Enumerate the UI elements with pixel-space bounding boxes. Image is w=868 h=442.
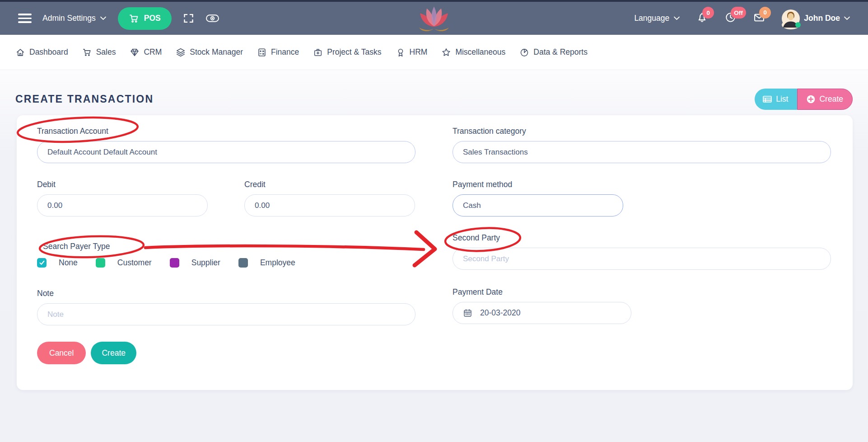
payment-method-label: Payment method [453, 179, 623, 190]
nav-label: Dashboard [29, 47, 68, 57]
home-icon [15, 47, 25, 57]
payer-type-option-supplier[interactable]: Supplier [170, 258, 220, 268]
create-transaction-form: Transaction Account Debit Credit Search … [17, 115, 853, 390]
checkbox-label: Employee [260, 258, 295, 268]
language-menu[interactable]: Language [634, 14, 680, 23]
payer-type-label: Search Payer Type [43, 240, 415, 252]
check-icon [39, 260, 45, 266]
briefcase-icon [313, 47, 323, 57]
debit-group: Debit [37, 179, 208, 216]
view-toggle-group: List Create [755, 89, 853, 110]
checkbox-label: None [59, 258, 78, 268]
pie-chart-icon [519, 47, 529, 57]
online-status-dot [795, 22, 801, 28]
credit-field[interactable] [244, 194, 415, 216]
nav-label: CRM [144, 47, 162, 57]
nav-item-stock-manager[interactable]: Stock Manager [176, 47, 243, 57]
nav-item-data-reports[interactable]: Data & Reports [519, 47, 588, 57]
payer-type-option-customer[interactable]: Customer [96, 258, 152, 268]
nav-item-dashboard[interactable]: Dashboard [15, 47, 68, 57]
payment-method-group: Payment method [453, 179, 623, 216]
cart-icon [82, 47, 92, 57]
create-view-button[interactable]: Create [797, 89, 853, 110]
cancel-button[interactable]: Cancel [37, 342, 86, 364]
admin-settings-menu[interactable]: Admin Settings [42, 14, 106, 23]
checkbox-label: Supplier [191, 258, 220, 268]
payment-date-field[interactable]: 20-03-2020 [453, 302, 631, 324]
checkbox-label: Customer [117, 258, 152, 268]
nav-item-hrm[interactable]: HRM [396, 47, 428, 57]
create-label: Create [819, 94, 843, 104]
payer-type-option-employee[interactable]: Employee [238, 258, 295, 268]
calculator-icon [257, 47, 267, 57]
payment-date-value: 20-03-2020 [480, 308, 521, 318]
debit-label: Debit [37, 179, 208, 190]
note-field[interactable] [37, 303, 415, 325]
credit-label: Credit [244, 179, 415, 190]
clock-badge: Off [731, 7, 746, 19]
topbar: Admin Settings POS Language [0, 0, 868, 35]
payment-date-label: Payment Date [453, 286, 831, 298]
hamburger-menu-icon[interactable] [18, 14, 32, 23]
gem-icon [130, 47, 140, 57]
display-toggle-button[interactable] [205, 12, 219, 24]
user-menu[interactable]: John Doe [782, 9, 850, 28]
create-submit-button[interactable]: Create [91, 342, 136, 364]
credit-group: Credit [244, 179, 415, 216]
notifications-badge: 0 [702, 7, 714, 19]
nav-item-crm[interactable]: CRM [130, 47, 162, 57]
transaction-account-label: Transaction Account [37, 125, 415, 137]
page-title: CREATE TRANSACTION [15, 93, 154, 105]
fullscreen-button[interactable] [182, 12, 195, 24]
language-label: Language [634, 14, 669, 23]
list-view-button[interactable]: List [755, 89, 797, 110]
nav-item-miscellaneous[interactable]: Miscellaneous [441, 47, 505, 57]
payment-date-group: Payment Date 20-03-2020 [453, 286, 831, 324]
pos-label: POS [144, 14, 161, 23]
checkbox-unchecked[interactable] [170, 258, 179, 268]
content-area: CREATE TRANSACTION List Create Transacti… [0, 70, 868, 442]
payer-type-group: Search Payer Type None Customer S [37, 240, 415, 269]
avatar [782, 9, 800, 28]
notifications-button[interactable]: 0 [696, 11, 708, 25]
transaction-category-field[interactable] [453, 141, 831, 163]
nav-label: HRM [410, 47, 428, 57]
nav-item-project-tasks[interactable]: Project & Tasks [313, 47, 381, 57]
nav-label: Sales [96, 47, 116, 57]
nav-item-sales[interactable]: Sales [82, 47, 116, 57]
plus-circle-icon [807, 95, 815, 103]
transaction-category-group: Transaction category [453, 125, 831, 163]
award-icon [396, 47, 406, 57]
checkbox-checked[interactable] [37, 258, 47, 268]
debit-field[interactable] [37, 194, 208, 216]
pos-button[interactable]: POS [118, 7, 172, 30]
chevron-down-icon [674, 16, 680, 20]
cart-icon [129, 13, 140, 24]
list-icon [763, 95, 772, 103]
nav-label: Miscellaneous [455, 47, 505, 57]
chevron-down-icon [100, 16, 106, 20]
note-label: Note [37, 287, 415, 299]
toggle-icon [205, 12, 219, 24]
messages-button[interactable]: 0 [753, 11, 765, 26]
payer-type-option-none[interactable]: None [37, 258, 78, 268]
transaction-category-label: Transaction category [453, 125, 831, 137]
layers-icon [176, 47, 186, 57]
transaction-account-field[interactable] [37, 141, 415, 163]
nav-label: Stock Manager [190, 47, 243, 57]
user-name: John Doe [804, 14, 840, 23]
nav-label: Data & Reports [533, 47, 588, 57]
checkbox-unchecked[interactable] [238, 258, 248, 268]
second-party-field[interactable] [453, 248, 831, 270]
note-group: Note [37, 287, 415, 325]
app-logo[interactable] [418, 5, 450, 34]
second-party-label: Second Party [453, 232, 831, 244]
nav-label: Finance [271, 47, 299, 57]
checkbox-unchecked[interactable] [96, 258, 105, 268]
nav-item-finance[interactable]: Finance [257, 47, 299, 57]
nav-label: Project & Tasks [327, 47, 381, 57]
admin-settings-label: Admin Settings [42, 14, 96, 23]
chevron-down-icon [844, 16, 850, 20]
payment-method-field[interactable] [453, 194, 623, 216]
time-clock-button[interactable]: Off [724, 11, 737, 25]
